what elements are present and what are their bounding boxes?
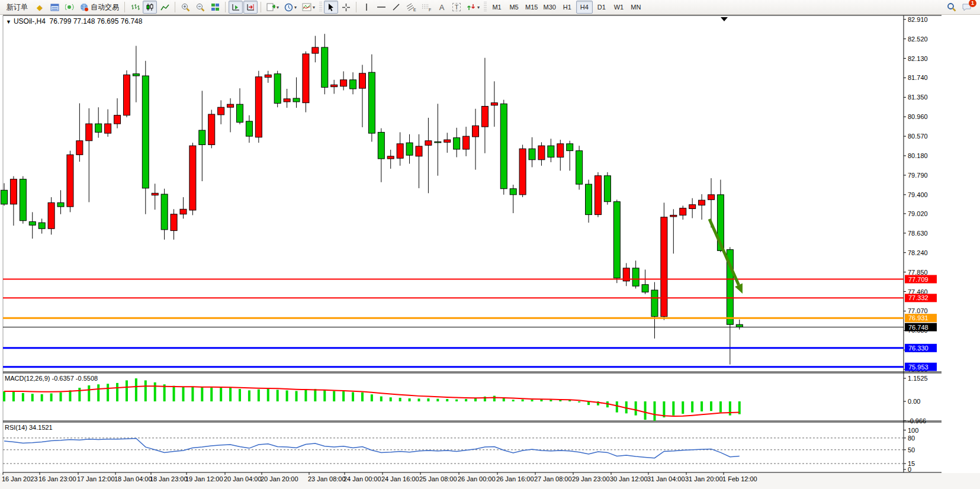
search-button[interactable] xyxy=(944,1,959,14)
fibonacci-icon: E xyxy=(406,3,416,12)
bar-chart-type-button[interactable] xyxy=(128,1,142,14)
chart-title-overlay: ▼USOil-,H4 76.799 77.148 76.695 76.748 xyxy=(6,17,142,25)
toolbar-grip[interactable] xyxy=(319,2,322,12)
candlestick-chart-type-button[interactable] xyxy=(143,1,157,14)
macd-label-overlay: MACD(12,26,9) -0.6357 -0.5508 xyxy=(5,375,98,382)
chart-window: 82.91082.52082.13081.74081.35080.96080.5… xyxy=(0,15,980,489)
rsi-label-overlay: RSI(14) 34.1521 xyxy=(5,424,53,431)
timeframe-m1-button[interactable]: M1 xyxy=(489,1,505,14)
indicators-button[interactable]: ▾ xyxy=(300,1,317,14)
dropdown-arrow-icon: ▾ xyxy=(277,5,279,10)
line-chart-icon xyxy=(160,4,169,11)
auto-scroll-button[interactable] xyxy=(229,1,243,14)
arrows-tool-icon xyxy=(467,3,476,11)
toolbar-grip[interactable] xyxy=(484,2,487,12)
chart-shift-button[interactable] xyxy=(243,1,258,14)
dropdown-arrow-icon: ▾ xyxy=(477,5,480,10)
timeframe-w1-button[interactable]: W1 xyxy=(611,1,627,14)
rsi-name: RSI(14) xyxy=(5,424,27,431)
divider xyxy=(261,2,261,12)
rsi-pane-separator[interactable] xyxy=(0,420,980,423)
new-order-button[interactable]: 新订单 xyxy=(2,1,32,14)
new-chart-icon xyxy=(266,3,275,11)
mt4-window: 新订单 ◆ 自动交易 ▾ ▾ ▾ E F A T ▾ xyxy=(0,0,980,489)
collapse-chart-icon[interactable]: ▼ xyxy=(6,19,11,25)
divider xyxy=(356,2,356,12)
profiles-icon: ◆ xyxy=(37,3,43,12)
candlestick-icon xyxy=(146,3,154,11)
trend-arrow-annotation[interactable] xyxy=(709,219,743,294)
notifications-button[interactable]: 1 xyxy=(959,1,974,14)
fibonacci-tool-button[interactable]: E xyxy=(404,1,419,14)
chart-end-marker-icon xyxy=(721,17,728,21)
label-tool-button[interactable]: T xyxy=(449,1,464,14)
timeframe-h4-button[interactable]: H4 xyxy=(576,1,593,14)
cursor-tool-button[interactable] xyxy=(324,1,338,14)
ohlc-readout: 76.799 77.148 76.695 76.748 xyxy=(50,17,143,25)
macd-signal-value: -0.5508 xyxy=(76,375,98,382)
timeframe-m30-button[interactable]: M30 xyxy=(541,1,558,14)
channel-icon: F xyxy=(422,3,432,12)
line-chart-type-button[interactable] xyxy=(158,1,172,14)
text-tool-icon: A xyxy=(439,3,445,12)
dropdown-arrow-icon: ▾ xyxy=(294,5,297,10)
arrows-tool-button[interactable]: ▾ xyxy=(464,1,482,14)
symbol-timeframe-label: USOil-,H4 xyxy=(14,17,46,25)
zoom-out-button[interactable] xyxy=(193,1,207,14)
divider xyxy=(225,2,226,12)
bar-chart-icon xyxy=(131,3,140,11)
divider xyxy=(124,2,125,12)
autotrading-icon xyxy=(79,3,89,11)
autotrading-label: 自动交易 xyxy=(91,2,119,12)
trendline-tool-button[interactable] xyxy=(389,1,403,14)
zoom-in-icon xyxy=(181,3,190,12)
chart-shift-icon xyxy=(246,3,255,11)
vertical-line-icon xyxy=(364,3,369,11)
trendline-icon xyxy=(392,3,400,11)
timeframe-mn-button[interactable]: MN xyxy=(628,1,644,14)
horizontal-line-icon xyxy=(377,4,386,10)
new-chart-button[interactable]: ▾ xyxy=(264,1,281,14)
macd-main-value: -0.6357 xyxy=(52,375,73,382)
crosshair-tool-button[interactable] xyxy=(339,1,353,14)
zoom-out-icon xyxy=(196,3,205,12)
tile-windows-icon xyxy=(211,3,220,11)
price-axis[interactable] xyxy=(904,15,945,472)
profiles-button[interactable]: ◆ xyxy=(33,1,47,14)
time-axis[interactable] xyxy=(0,473,904,488)
candles-layer xyxy=(1,34,743,364)
autotrading-button[interactable]: 自动交易 xyxy=(77,1,121,14)
label-tool-icon: T xyxy=(452,3,461,11)
crosshair-icon xyxy=(342,3,351,12)
divider xyxy=(175,2,175,12)
rsi-panel: 1008050150 xyxy=(3,427,918,474)
channel-tool-button[interactable]: F xyxy=(419,1,434,14)
rsi-value: 34.1521 xyxy=(29,424,53,431)
timeframe-h1-button[interactable]: H1 xyxy=(559,1,576,14)
notification-badge: 1 xyxy=(969,0,976,7)
macd-panel: 1.15250.00-0.966 xyxy=(3,375,928,424)
svg-text:E: E xyxy=(413,8,416,12)
vertical-line-tool-button[interactable] xyxy=(359,1,374,14)
search-icon xyxy=(947,2,956,12)
timeframe-d1-button[interactable]: D1 xyxy=(593,1,610,14)
tile-windows-button[interactable] xyxy=(208,1,222,14)
price-chart[interactable]: 82.91082.52082.13081.74081.35080.96080.5… xyxy=(0,15,980,489)
timeframe-m15-button[interactable]: M15 xyxy=(523,1,540,14)
auto-scroll-icon xyxy=(232,3,240,11)
text-tool-button[interactable]: A xyxy=(435,1,449,14)
timeframe-m5-button[interactable]: M5 xyxy=(506,1,522,14)
macd-pane-separator[interactable] xyxy=(0,370,980,374)
market-watch-button[interactable] xyxy=(47,1,62,14)
clock-icon xyxy=(284,3,293,12)
macd-name: MACD(12,26,9) xyxy=(5,375,50,382)
indicators-icon xyxy=(302,3,311,11)
signals-button[interactable] xyxy=(62,1,76,14)
dropdown-arrow-icon: ▾ xyxy=(313,5,315,10)
svg-text:F: F xyxy=(429,8,431,12)
market-watch-icon xyxy=(50,4,59,11)
periods-button[interactable]: ▾ xyxy=(282,1,299,14)
timeframe-group: M1M5M15M30H1H4D1W1MN xyxy=(489,1,644,14)
zoom-in-button[interactable] xyxy=(178,1,192,14)
horizontal-line-tool-button[interactable] xyxy=(374,1,388,14)
